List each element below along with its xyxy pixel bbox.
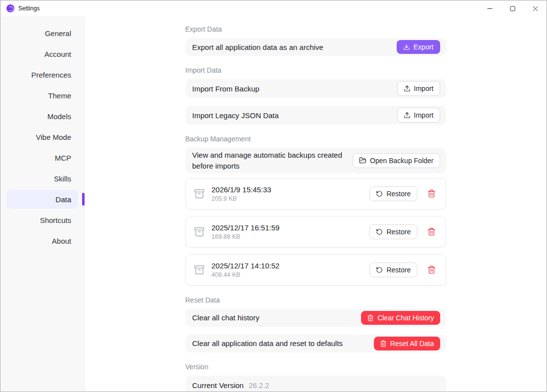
backup-date: 2025/12/17 14:10:52 (212, 261, 370, 270)
backup-item-info: 2026/1/9 15:45:33 205.9 KB (212, 185, 370, 202)
import-legacy-button[interactable]: Import (397, 108, 440, 123)
delete-backup-button[interactable] (425, 225, 438, 238)
sidebar-item-models[interactable]: Models (6, 107, 78, 126)
reset-data-heading: Reset Data (185, 295, 446, 305)
export-button-label: Export (413, 43, 433, 51)
backup-management-heading: Backup Management (185, 134, 446, 144)
window-controls (478, 0, 547, 16)
minimize-button[interactable] (478, 0, 501, 16)
open-backup-folder-button[interactable]: Open Backup Folder (353, 153, 440, 168)
open-backup-folder-label: Open Backup Folder (370, 157, 433, 165)
export-row: Export all application data as an archiv… (185, 38, 446, 56)
titlebar: Settings (0, 0, 547, 16)
archive-icon (194, 226, 205, 237)
archive-icon (194, 188, 205, 199)
backup-item-row: 2026/1/9 15:45:33 205.9 KB Restore (185, 178, 446, 210)
reset-all-data-label: Reset All Data (390, 340, 434, 348)
backup-date: 2025/12/17 16:51:59 (212, 223, 370, 232)
maximize-icon (510, 6, 515, 11)
restore-button-label: Restore (386, 266, 410, 274)
rotate-ccw-icon (376, 228, 383, 235)
delete-backup-button[interactable] (425, 187, 438, 200)
settings-window: Settings General Account Preferences The… (0, 0, 547, 392)
backup-description: View and manage automatic backups create… (192, 150, 351, 172)
sidebar-item-account[interactable]: Account (6, 44, 78, 63)
import-backup-button-label: Import (414, 85, 434, 92)
backup-size: 205.9 KB (212, 195, 370, 202)
sidebar-item-theme[interactable]: Theme (6, 86, 78, 105)
import-backup-row: Import From Backup Import (185, 79, 446, 98)
backup-management-section: Backup Management View and manage automa… (185, 134, 446, 286)
import-data-section: Import Data Import From Backup Import Im… (185, 65, 446, 125)
sidebar-item-about[interactable]: About (6, 231, 78, 250)
reset-all-data-button[interactable]: Reset All Data (374, 337, 440, 350)
version-section: Version Current Version 26.2.2 (185, 362, 446, 392)
clear-chat-history-label: Clear Chat History (377, 314, 434, 322)
clear-chat-label: Clear all chat history (192, 313, 260, 322)
sidebar-item-data[interactable]: Data (6, 190, 78, 209)
trash-icon (427, 265, 436, 274)
import-legacy-button-label: Import (414, 111, 434, 119)
trash-icon (367, 314, 374, 321)
current-version-label: Current Version (192, 381, 244, 390)
clear-chat-row: Clear all chat history Clear Chat Histor… (185, 309, 446, 327)
backup-size: 169.89 KB (212, 233, 370, 240)
close-icon (533, 6, 538, 11)
maximize-button[interactable] (501, 0, 524, 16)
reset-all-row: Clear all application data and reset to … (185, 335, 446, 352)
import-backup-label: Import From Backup (192, 85, 260, 93)
sidebar-item-preferences[interactable]: Preferences (6, 65, 78, 84)
backup-item-row: 2025/12/17 16:51:59 169.89 KB Restore (185, 216, 446, 248)
export-button[interactable]: Export (397, 40, 440, 54)
close-button[interactable] (524, 0, 547, 16)
restore-button[interactable]: Restore (369, 262, 417, 277)
upload-icon (404, 85, 410, 92)
upload-icon (404, 112, 410, 119)
sidebar-item-shortcuts[interactable]: Shortcuts (6, 211, 78, 229)
app-icon (6, 4, 14, 12)
export-data-heading: Export Data (185, 24, 446, 34)
import-legacy-label: Import Legacy JSON Data (192, 111, 279, 120)
clear-chat-history-button[interactable]: Clear Chat History (361, 311, 440, 325)
folder-open-icon (359, 157, 366, 164)
current-version-value: 26.2.2 (249, 381, 270, 390)
backup-date: 2026/1/9 15:45:33 (212, 185, 370, 194)
trash-icon (427, 227, 436, 236)
reset-all-label: Clear all application data and reset to … (192, 339, 343, 348)
rotate-ccw-icon (376, 266, 383, 273)
restore-button[interactable]: Restore (369, 186, 417, 201)
backup-item-info: 2025/12/17 14:10:52 408.44 KB (212, 261, 370, 278)
export-data-section: Export Data Export all application data … (185, 24, 446, 56)
sidebar-item-skills[interactable]: Skills (6, 169, 78, 188)
reset-data-section: Reset Data Clear all chat history Clear … (185, 295, 446, 352)
restore-button-label: Restore (386, 228, 410, 236)
sidebar-item-general[interactable]: General (6, 24, 78, 43)
titlebar-left: Settings (0, 4, 478, 12)
backup-item-row: 2025/12/17 14:10:52 408.44 KB Restore (185, 254, 446, 286)
backup-size: 408.44 KB (212, 271, 370, 278)
version-row: Current Version 26.2.2 (185, 376, 446, 392)
archive-icon (194, 264, 205, 275)
download-icon (403, 44, 410, 50)
import-legacy-row: Import Legacy JSON Data Import (185, 106, 446, 125)
import-data-heading: Import Data (185, 65, 446, 75)
restore-button-label: Restore (386, 190, 410, 198)
settings-sidebar: General Account Preferences Theme Models… (0, 16, 85, 392)
trash-icon (380, 340, 387, 347)
data-settings-panel: Export Data Export all application data … (85, 16, 547, 392)
sidebar-item-vibe-mode[interactable]: Vibe Mode (6, 128, 78, 146)
sidebar-item-label: Data (55, 195, 71, 204)
export-row-label: Export all application data as an archiv… (192, 43, 323, 51)
backup-item-info: 2025/12/17 16:51:59 169.89 KB (212, 223, 370, 240)
selected-accent-bar (82, 193, 85, 206)
backup-description-row: View and manage automatic backups create… (185, 148, 446, 174)
rotate-ccw-icon (376, 190, 383, 197)
delete-backup-button[interactable] (425, 263, 438, 276)
sidebar-item-mcp[interactable]: MCP (6, 148, 78, 167)
restore-button[interactable]: Restore (369, 224, 417, 239)
import-backup-button[interactable]: Import (397, 81, 440, 96)
minimize-icon (487, 6, 493, 11)
trash-icon (427, 189, 436, 198)
window-title: Settings (18, 5, 40, 12)
version-heading: Version (185, 362, 446, 372)
